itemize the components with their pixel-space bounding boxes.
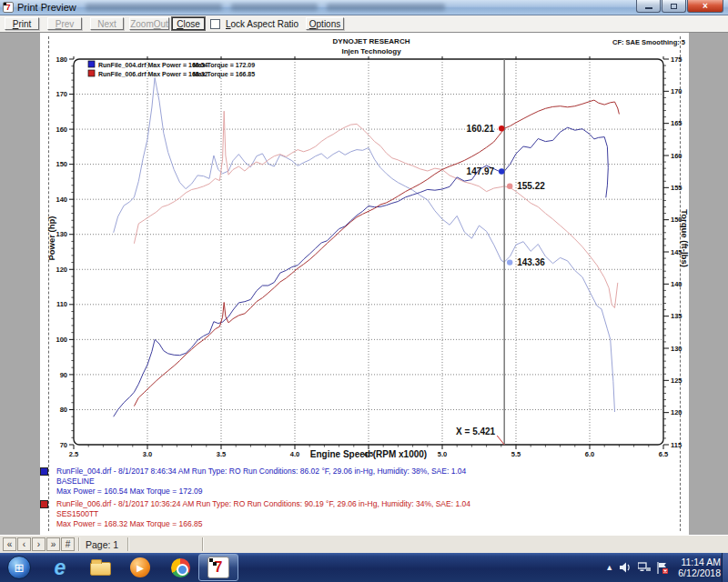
x-tick-label: 3.5 xyxy=(217,450,226,458)
run-name: BASELINE xyxy=(56,477,466,487)
taskbar-item-media-player[interactable]: ▶ xyxy=(122,555,158,580)
taskbar-item-winpep-active[interactable]: 7 xyxy=(198,554,238,581)
left-tick-label: 140 xyxy=(56,196,67,204)
close-preview-button[interactable]: Close xyxy=(172,17,205,30)
cursor-x-label: X = 5.421 xyxy=(456,426,496,436)
right-tick-label: 135 xyxy=(671,312,682,320)
folder-icon xyxy=(90,562,111,576)
left-tick-label: 80 xyxy=(60,406,67,414)
run-color-swatch-blue xyxy=(40,467,48,476)
taskbar-clock[interactable]: 11:14 AM 6/12/2018 xyxy=(678,557,721,578)
x-tick-label: 3.0 xyxy=(143,450,152,458)
legend-swatch xyxy=(88,70,95,76)
windows-taskbar: ⊞ e ▶ 7 ▲ 11:14 AM 6/12/2018 xyxy=(0,553,728,582)
x-tick-label: 5.5 xyxy=(511,450,521,458)
close-icon: × xyxy=(703,2,708,11)
right-axis-title: Torque (ft-lbs) xyxy=(679,197,690,279)
media-player-icon: ▶ xyxy=(130,557,150,577)
prev-page-button[interactable]: ‹ xyxy=(17,537,31,551)
options-button[interactable]: Options xyxy=(306,17,344,30)
statusbar-divider xyxy=(127,537,129,551)
status-bar: « ‹ › » # Page: 1 xyxy=(0,535,728,553)
right-tick-label: 155 xyxy=(671,184,682,192)
winpep-7-icon: 7 xyxy=(207,557,229,578)
dyno-chart: 2.53.03.54.04.55.05.56.06.57080901001101… xyxy=(0,33,728,535)
right-tick-label: 160 xyxy=(671,152,682,160)
cursor-marker-value: 155.22 xyxy=(517,181,545,191)
left-tick-label: 130 xyxy=(56,230,67,238)
run-max-values: Max Power = 160.54 Max Torque = 172.09 xyxy=(56,487,466,497)
series-baseline-power xyxy=(114,127,609,416)
run-max-values: Max Power = 168.32 Max Torque = 166.85 xyxy=(56,519,470,529)
volume-icon[interactable] xyxy=(620,562,632,573)
lock-aspect-ratio-label: Lock Aspect Ratio xyxy=(226,19,298,29)
left-tick-label: 110 xyxy=(56,300,67,308)
action-center-flag-icon[interactable] xyxy=(657,562,668,574)
redacted-title-text xyxy=(327,4,445,11)
legend-swatch xyxy=(88,61,95,67)
cursor-marker-value: 147.97 xyxy=(467,166,495,176)
series-ses1500tt-torque xyxy=(134,111,617,307)
right-tick-label: 140 xyxy=(671,280,682,288)
legend-run-label: RunFile_004.drf Max Power = 160.54 xyxy=(98,62,208,68)
left-tick-label: 120 xyxy=(56,266,67,274)
left-tick-label: 90 xyxy=(60,371,67,379)
x-axis-title: Engine Speed (RPM x1000) xyxy=(259,449,478,459)
clock-time: 11:14 AM xyxy=(678,557,721,567)
cursor-marker-dot xyxy=(499,125,504,131)
app-icon: 7 xyxy=(3,2,14,13)
right-tick-label: 130 xyxy=(671,345,682,353)
x-tick-label: 6.5 xyxy=(659,450,668,458)
run-conditions-line: RunFile_006.drf - 8/1/2017 10:36:24 AM R… xyxy=(56,499,470,509)
run-name: SES1500TT xyxy=(56,509,470,519)
legend-torque-label: Max Torque = 172.09 xyxy=(193,62,255,69)
left-tick-label: 150 xyxy=(56,160,67,168)
system-tray: ▲ 11:14 AM 6/12/2018 xyxy=(605,553,721,582)
left-tick-label: 100 xyxy=(56,336,67,344)
cursor-marker-value: 160.21 xyxy=(467,124,495,134)
redacted-title-text xyxy=(86,4,222,11)
zoom-out-button[interactable]: Zoom Out xyxy=(129,17,169,30)
print-button[interactable]: Print xyxy=(5,17,39,30)
goto-page-button[interactable]: # xyxy=(61,537,75,551)
show-desktop-button[interactable] xyxy=(722,553,728,582)
clock-date: 6/12/2018 xyxy=(678,567,721,578)
chrome-icon xyxy=(171,558,190,577)
print-preview-area: DYNOJET RESEARCH Injen Technology CF: SA… xyxy=(0,33,728,535)
right-tick-label: 115 xyxy=(671,441,682,449)
cursor-marker-dot xyxy=(499,168,504,174)
right-tick-label: 170 xyxy=(671,87,682,95)
maximize-button[interactable] xyxy=(662,0,686,13)
taskbar-item-chrome[interactable] xyxy=(162,555,198,580)
internet-explorer-icon: e xyxy=(55,557,66,578)
minimize-button[interactable] xyxy=(636,0,661,13)
network-icon[interactable] xyxy=(638,562,651,573)
next-button[interactable]: Next xyxy=(90,17,124,30)
show-hidden-icons-button[interactable]: ▲ xyxy=(605,563,613,572)
left-tick-label: 70 xyxy=(60,441,67,449)
next-page-button[interactable]: › xyxy=(32,537,46,551)
start-button[interactable]: ⊞ xyxy=(7,556,31,579)
left-tick-label: 180 xyxy=(56,55,67,64)
right-tick-label: 125 xyxy=(671,376,682,385)
statusbar-divider xyxy=(202,537,204,551)
title-bar[interactable]: 7 Print Preview × xyxy=(0,0,728,15)
left-tick-label: 160 xyxy=(56,125,67,134)
left-axis-title: Power (hp) xyxy=(46,202,57,275)
lock-aspect-ratio-checkbox[interactable] xyxy=(210,19,220,29)
right-tick-label: 165 xyxy=(671,119,682,127)
left-tick-label: 170 xyxy=(56,90,67,98)
close-window-button[interactable]: × xyxy=(687,0,723,13)
run-color-swatch-red xyxy=(40,500,48,508)
series-baseline-torque xyxy=(114,78,615,413)
series-ses1500tt-power xyxy=(134,100,619,406)
prev-button[interactable]: Prev xyxy=(47,17,82,30)
redacted-title-text xyxy=(231,4,318,11)
cursor-marker-dot xyxy=(507,259,512,265)
run-details-footer: RunFile_004.drf - 8/1/2017 8:46:34 AM Ru… xyxy=(40,467,470,532)
last-page-button[interactable]: » xyxy=(46,537,60,551)
taskbar-item-internet-explorer[interactable]: e xyxy=(42,555,78,580)
taskbar-item-file-explorer[interactable] xyxy=(82,555,118,580)
first-page-button[interactable]: « xyxy=(3,537,16,551)
cursor-marker-dot xyxy=(507,184,512,189)
